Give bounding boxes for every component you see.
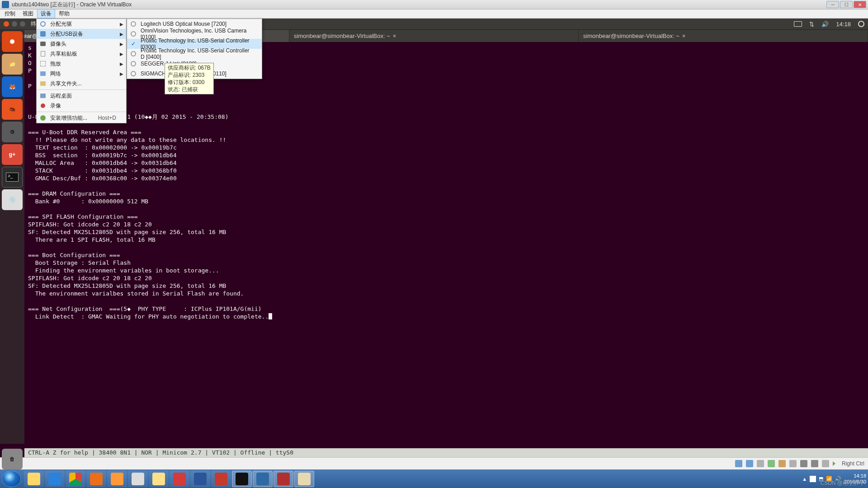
status-key-icon — [833, 461, 835, 466]
software-center-icon[interactable]: 🛍 — [2, 99, 23, 120]
virtualbox-menubar: 控制 视图 设备 帮助 — [0, 9, 868, 19]
usb-device-tooltip: 供应商标识: 067B 产品标识: 2303 修订版本: 0300 状态: 已捕… — [165, 63, 214, 94]
taskbar-cmd-icon[interactable] — [232, 471, 252, 487]
disc-icon[interactable]: 💿 — [2, 189, 23, 210]
menu-item-record[interactable]: 录像 — [37, 101, 126, 111]
status-usb-icon[interactable] — [757, 460, 764, 467]
menu-item-optical[interactable]: 分配光驱▶ — [37, 19, 126, 29]
menu-help[interactable]: 帮助 — [55, 9, 73, 19]
status-optical-icon[interactable] — [746, 460, 753, 467]
start-button[interactable] — [2, 471, 21, 487]
menu-item-remote-desktop[interactable]: 远程桌面 — [37, 91, 126, 101]
menu-item-dragdrop[interactable]: 拖放▶ — [37, 59, 126, 69]
menu-item-usb[interactable]: 分配USB设备▶ — [37, 29, 126, 39]
status-hd-icon[interactable] — [735, 460, 742, 467]
taskbar-ie-icon[interactable] — [45, 471, 65, 487]
menu-item-shared-folders[interactable]: 共享文件夹... — [37, 79, 126, 89]
menu-view[interactable]: 视图 — [19, 9, 37, 19]
menu-devices[interactable]: 设备 — [37, 9, 55, 19]
keyboard-indicator-icon[interactable] — [790, 21, 806, 27]
taskbar-xcom-icon[interactable] — [274, 471, 293, 487]
taskbar-folder-icon[interactable] — [149, 471, 169, 487]
minimize-button[interactable]: ─ — [826, 1, 839, 8]
status-mouse-icon[interactable] — [822, 460, 829, 467]
taskbar-chrome-icon[interactable] — [66, 471, 85, 487]
status-features-icon[interactable] — [811, 460, 818, 467]
close-button[interactable]: ✕ — [854, 1, 866, 8]
gplus-icon[interactable]: g+ — [2, 144, 23, 165]
tray-show-hidden-icon: ▲ — [802, 476, 807, 482]
taskbar-calc-icon[interactable] — [128, 471, 148, 487]
menu-item-clipboard[interactable]: 共享粘贴板▶ — [37, 49, 126, 59]
guest-window-close-icon[interactable] — [4, 21, 9, 27]
taskbar-office-icon[interactable] — [86, 471, 106, 487]
status-shared-icon[interactable] — [778, 460, 786, 467]
unity-launcher: 📁 🦊 🛍 ⚙ g+ 💿 🗑 — [0, 29, 24, 444]
window-title: ubuntu1404two [正在运行] - Oracle VM Virtual… — [12, 1, 826, 9]
menu-separator — [37, 112, 126, 112]
tab-close-icon[interactable]: × — [682, 33, 686, 39]
tab-close-icon[interactable]: × — [393, 33, 396, 39]
taskbar-explorer-icon[interactable] — [24, 471, 44, 487]
tab-title: simonbear@simonbear-VirtualBox: ~ — [294, 33, 390, 39]
devices-dropdown: 分配光驱▶ 分配USB设备▶ 摄像头▶ 共享粘贴板▶ 拖放▶ 网络▶ 共享文件夹… — [36, 19, 127, 123]
tray-action-center-icon — [810, 476, 816, 482]
taskbar-word-icon[interactable] — [190, 471, 210, 487]
cursor — [269, 313, 272, 319]
menu-control[interactable]: 控制 — [1, 9, 19, 19]
watermark-text: CSDN @梧空胖小 — [820, 479, 864, 487]
dash-icon[interactable] — [2, 31, 23, 52]
menu-item-camera[interactable]: 摄像头▶ — [37, 39, 126, 49]
windows-taskbar: ▲ ⬒ 📶 🔊 14:18 2016/8/30 — [0, 469, 868, 488]
virtualbox-icon — [2, 1, 9, 8]
tab-title: simonbear@simonbear-VirtualBox: ~ — [583, 33, 679, 39]
taskbar-pdf-icon[interactable] — [170, 471, 189, 487]
firefox-icon[interactable]: 🦊 — [2, 76, 23, 97]
trash-icon[interactable]: 🗑 — [2, 449, 23, 469]
guest-display: 终端(T) 标签(B) 帮助(H) ⇅ 🔊 14:18 simonbear@si… — [0, 19, 868, 457]
status-network-icon[interactable] — [768, 460, 775, 467]
taskbar-virtualbox-icon[interactable] — [253, 471, 273, 487]
minicom-status-bar: CTRL-A Z for help | 38400 8N1 | NOR | Mi… — [24, 448, 868, 457]
taskbar-paint-icon[interactable] — [294, 471, 314, 487]
guest-window-min-icon[interactable] — [12, 21, 17, 27]
taskbar-wmp-icon[interactable] — [107, 471, 127, 487]
files-icon[interactable]: 📁 — [2, 54, 23, 75]
menu-separator — [37, 89, 126, 90]
check-icon: ✓ — [130, 40, 137, 47]
sound-indicator-icon[interactable]: 🔊 — [818, 21, 832, 28]
terminal-tab[interactable]: simonbear@simonbear-VirtualBox: ~ × — [289, 30, 579, 42]
taskbar-opera-icon[interactable] — [211, 471, 231, 487]
host-key-text: Right Ctrl — [842, 460, 864, 467]
maximize-button[interactable]: ☐ — [840, 1, 853, 8]
status-record-icon[interactable] — [800, 460, 807, 467]
settings-icon[interactable]: ⚙ — [2, 122, 23, 142]
session-gear-icon[interactable] — [854, 21, 868, 27]
terminal-icon[interactable] — [2, 167, 23, 188]
virtualbox-titlebar: ubuntu1404two [正在运行] - Oracle VM Virtual… — [0, 0, 868, 9]
guest-window-max-icon[interactable] — [20, 21, 25, 27]
status-display-icon[interactable] — [789, 460, 797, 467]
usb-device-item[interactable]: Prolific Technology Inc. USB-Serial Cont… — [127, 49, 262, 59]
virtualbox-statusbar: Right Ctrl — [0, 457, 868, 469]
menu-item-guest-additions[interactable]: 安装增强功能...Host+D — [37, 113, 126, 123]
terminal-tab[interactable]: simonbear@simonbear-VirtualBox: ~ × — [579, 30, 868, 42]
network-indicator-icon[interactable]: ⇅ — [806, 21, 818, 28]
menu-item-network[interactable]: 网络▶ — [37, 69, 126, 79]
terminal-output[interactable]: s K O P P special keys U-Boot 2009.06-2.… — [24, 42, 868, 444]
clock-text[interactable]: 14:18 — [832, 21, 854, 28]
